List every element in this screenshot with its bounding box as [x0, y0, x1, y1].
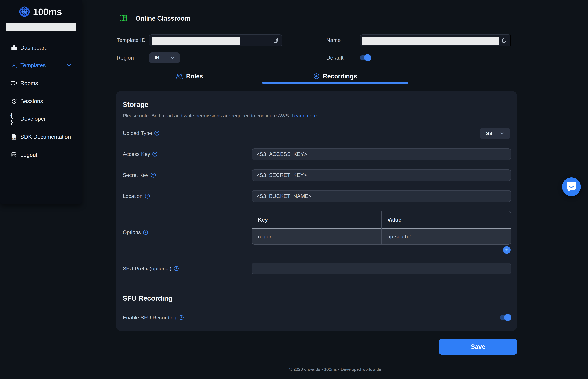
- sidebar-item-label: Sessions: [20, 98, 43, 104]
- help-icon[interactable]: [145, 194, 150, 199]
- tab-recordings[interactable]: Recordings: [262, 70, 408, 83]
- tab-label: Recordings: [323, 73, 357, 80]
- access-key-label-text: Access Key: [123, 151, 150, 157]
- chat-bubble-icon: [567, 182, 576, 192]
- upload-type-label-text: Upload Type: [123, 130, 152, 136]
- sfu-prefix-input[interactable]: [252, 263, 511, 274]
- doc-file-icon: DOC: [11, 133, 18, 140]
- sidebar-item-rooms[interactable]: Rooms: [0, 77, 82, 89]
- options-label: Options: [123, 229, 148, 236]
- enable-sfu-recording-label-text: Enable SFU Recording: [123, 314, 176, 321]
- plus-icon: +: [505, 247, 508, 253]
- sidebar-item-templates[interactable]: Templates: [0, 60, 82, 71]
- storage-card: Storage Please note: Both read and write…: [116, 91, 517, 331]
- options-table-row: region ap-south-1: [252, 229, 511, 244]
- secret-key-input[interactable]: [252, 169, 511, 181]
- video-camera-icon: [11, 79, 18, 87]
- open-book-icon: [119, 14, 128, 23]
- location-input[interactable]: [252, 190, 511, 202]
- sidebar-item-label: Developer: [20, 116, 46, 122]
- chevron-down-icon: [171, 57, 175, 59]
- svg-text:DOC: DOC: [13, 137, 16, 139]
- location-label-text: Location: [123, 193, 143, 199]
- sfu-prefix-label-text: SFU Prefix (optional): [123, 265, 171, 272]
- default-toggle[interactable]: [360, 55, 371, 60]
- learn-more-link[interactable]: Learn more: [292, 113, 317, 118]
- logo: 100ms: [18, 6, 62, 18]
- chevron-down-icon: [67, 64, 71, 67]
- tab-label: Roles: [186, 73, 203, 80]
- help-icon[interactable]: [152, 152, 157, 157]
- copy-name-button[interactable]: [498, 35, 511, 46]
- option-key-cell[interactable]: region: [252, 229, 381, 244]
- options-header-key: Key: [252, 211, 381, 229]
- sidebar-item-label: Logout: [20, 152, 37, 158]
- sidebar-item-sdk-documentation[interactable]: DOC SDK Documentation: [0, 131, 82, 142]
- location-label: Location: [123, 193, 150, 199]
- name-field[interactable]: [360, 34, 511, 46]
- region-label: Region: [117, 54, 134, 61]
- options-table: Key Value region ap-south-1: [252, 211, 511, 245]
- template-id-label: Template ID: [117, 37, 146, 44]
- name-label: Name: [326, 37, 341, 44]
- footer-text: © 2020 onwards • 100ms • Developed world…: [116, 367, 554, 372]
- template-id-field[interactable]: [149, 34, 282, 46]
- name-value-redacted: [362, 37, 499, 45]
- sidebar-item-label: SDK Documentation: [20, 134, 71, 140]
- page-title: Online Classroom: [135, 14, 190, 23]
- sidebar-item-logout[interactable]: Logout: [0, 149, 82, 160]
- copy-icon: [502, 38, 507, 43]
- region-select[interactable]: IN: [149, 52, 180, 63]
- sidebar-item-label: Rooms: [20, 80, 38, 86]
- options-table-header: Key Value: [252, 211, 511, 229]
- record-icon: [313, 73, 320, 79]
- add-option-button[interactable]: +: [503, 246, 511, 254]
- help-icon[interactable]: [151, 173, 156, 177]
- roles-icon: [176, 73, 183, 79]
- sidebar-item-label: Templates: [20, 62, 46, 68]
- workspace-selector-redacted[interactable]: [6, 23, 76, 32]
- help-icon[interactable]: [179, 315, 184, 320]
- user-icon: [11, 62, 18, 69]
- sidebar-item-developer[interactable]: { } Developer: [0, 113, 82, 125]
- secret-key-label-text: Secret Key: [123, 172, 148, 178]
- logout-arrow-icon: [11, 151, 18, 158]
- curly-braces-icon: { }: [11, 115, 18, 122]
- copy-template-id-button[interactable]: [270, 35, 282, 46]
- alarm-clock-icon: [11, 97, 18, 105]
- tabbar-spacer: [408, 70, 554, 83]
- toggle-knob: [364, 54, 371, 61]
- access-key-input[interactable]: [252, 148, 511, 160]
- tabbar: Roles Recordings: [116, 70, 554, 83]
- access-key-label: Access Key: [123, 151, 157, 157]
- options-label-text: Options: [123, 229, 141, 236]
- sidebar-item-label: Dashboard: [20, 45, 48, 51]
- chat-fab-button[interactable]: [562, 177, 581, 196]
- options-header-value: Value: [381, 211, 511, 229]
- upload-type-select[interactable]: S3: [480, 127, 510, 139]
- help-icon[interactable]: [143, 230, 148, 235]
- template-id-value-redacted: [152, 37, 240, 45]
- storage-note-text: Please note: Both read and write permiss…: [123, 113, 290, 118]
- section-divider: [123, 284, 511, 284]
- sidebar-item-sessions[interactable]: Sessions: [0, 95, 82, 107]
- sfu-prefix-label: SFU Prefix (optional): [123, 265, 179, 272]
- save-button[interactable]: Save: [439, 339, 517, 355]
- help-icon[interactable]: [174, 266, 179, 271]
- storage-heading: Storage: [123, 101, 148, 109]
- sidebar-item-dashboard[interactable]: Dashboard: [0, 42, 82, 53]
- 100ms-logo-icon: [18, 6, 30, 18]
- upload-type-label: Upload Type: [123, 130, 159, 136]
- toggle-knob: [504, 314, 511, 321]
- logo-text: 100ms: [33, 6, 62, 18]
- tab-roles[interactable]: Roles: [116, 70, 262, 83]
- storage-note: Please note: Both read and write permiss…: [123, 113, 317, 119]
- help-icon[interactable]: [154, 131, 159, 136]
- enable-sfu-recording-toggle[interactable]: [500, 315, 511, 320]
- option-value-cell[interactable]: ap-south-1: [381, 229, 511, 244]
- region-value: IN: [155, 55, 160, 61]
- bar-chart-icon: [11, 44, 18, 51]
- chevron-down-icon: [500, 132, 504, 135]
- copy-icon: [273, 38, 278, 43]
- sfu-recording-heading: SFU Recording: [123, 294, 172, 302]
